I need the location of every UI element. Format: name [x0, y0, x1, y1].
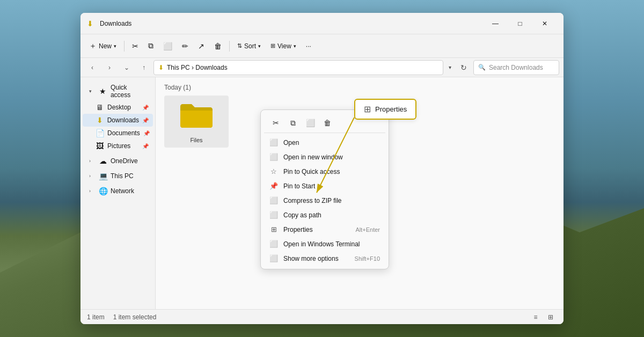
network-label: Network	[111, 187, 134, 195]
folder-item[interactable]: Files	[164, 96, 229, 148]
sidebar-item-quick-access[interactable]: ▾ ★ Quick access	[83, 82, 153, 101]
ctx-pin-start-icon: 📌	[269, 182, 278, 190]
ctx-cut-button[interactable]: ✂	[268, 115, 283, 130]
quick-access-label: Quick access	[111, 84, 149, 99]
minimize-button[interactable]: —	[483, 15, 508, 32]
ctx-compress-zip[interactable]: ⬜ Compress to ZIP file	[264, 193, 385, 208]
close-button[interactable]: ✕	[532, 15, 557, 32]
ctx-show-more[interactable]: ⬜ Show more options Shift+F10	[264, 251, 385, 266]
downloads-icon: ⬇	[96, 116, 104, 124]
rename-button[interactable]: ✏	[178, 38, 193, 55]
ctx-open-new-icon: ⬜	[269, 153, 278, 161]
cut-icon: ✂	[132, 42, 138, 50]
this-pc-label: This PC	[111, 172, 134, 180]
item-count: 1 item	[87, 313, 105, 321]
address-input[interactable]: ⬇ This PC › Downloads	[153, 60, 443, 75]
this-pc-icon: 💻	[99, 172, 107, 180]
sidebar-item-desktop[interactable]: 🖥 Desktop 📌	[83, 101, 153, 114]
section-header: Today (1)	[164, 84, 555, 91]
ctx-show-more-shortcut: Shift+F10	[355, 255, 380, 262]
quick-access-icon: ★	[99, 87, 107, 96]
ctx-zip-label: Compress to ZIP file	[283, 197, 380, 204]
ctx-terminal-label: Open in Windows Terminal	[283, 240, 380, 248]
onedrive-label: OneDrive	[111, 157, 138, 165]
documents-label: Documents	[107, 129, 140, 137]
up-button[interactable]: ↑	[136, 60, 151, 75]
grid-view-button[interactable]: ⊞	[544, 311, 557, 324]
rename-icon: ✏	[182, 42, 188, 50]
ctx-pin-qa-icon: ☆	[269, 167, 278, 175]
more-icon: ···	[306, 42, 311, 50]
ctx-open[interactable]: ⬜ Open	[264, 135, 385, 150]
delete-icon: 🗑	[214, 42, 222, 50]
properties-callout-label: Properties	[375, 105, 407, 113]
status-bar-right: ≡ ⊞	[529, 311, 557, 324]
more-button[interactable]: ···	[302, 38, 316, 55]
ctx-open-icon: ⬜	[269, 138, 278, 146]
sidebar-item-documents[interactable]: 📄 Documents 📌	[83, 127, 153, 140]
cut-button[interactable]: ✂	[128, 38, 143, 55]
desktop-icon: 🖥	[96, 103, 104, 112]
ctx-pin-start[interactable]: 📌 Pin to Start	[264, 179, 385, 193]
sidebar-section-this-pc: › 💻 This PC	[80, 170, 155, 182]
chevron-right-icon-network: ›	[89, 188, 96, 194]
properties-callout-icon: ⊞	[364, 104, 371, 114]
view-button[interactable]: ⊞ View ▾	[266, 38, 301, 55]
ctx-properties[interactable]: ⊞ Properties Alt+Enter	[264, 222, 385, 237]
address-bar: ‹ › ⌄ ↑ ⬇ This PC › Downloads ▾ ↻ 🔍 Sear…	[80, 58, 564, 77]
chevron-right-icon-onedrive: ›	[89, 158, 96, 164]
pictures-icon: 🖼	[96, 142, 104, 150]
ctx-properties-label: Properties	[283, 226, 350, 233]
network-icon: 🌐	[99, 187, 107, 195]
sidebar-item-onedrive[interactable]: › ☁ OneDrive	[83, 155, 153, 167]
chevron-down-icon: ▾	[89, 89, 96, 94]
ctx-copy-button[interactable]: ⧉	[286, 115, 301, 130]
ctx-zip-icon: ⬜	[269, 196, 278, 204]
ctx-show-more-icon: ⬜	[269, 254, 278, 262]
ctx-open-new-label: Open in new window	[283, 153, 380, 161]
sidebar-item-this-pc[interactable]: › 💻 This PC	[83, 170, 153, 182]
ctx-pin-quick-access[interactable]: ☆ Pin to Quick access	[264, 164, 385, 179]
sort-button[interactable]: ⇅ Sort ▾	[233, 38, 265, 55]
ctx-delete-button[interactable]: 🗑	[320, 115, 335, 130]
pin-icon-3: 📌	[143, 130, 150, 136]
paste-button[interactable]: ⬜	[159, 38, 177, 55]
sidebar-section-network: › 🌐 Network	[80, 185, 155, 197]
ctx-open-terminal[interactable]: ⬜ Open in Windows Terminal	[264, 237, 385, 251]
sidebar-section-onedrive: › ☁ OneDrive	[80, 155, 155, 167]
ctx-open-new-window[interactable]: ⬜ Open in new window	[264, 150, 385, 164]
ctx-paste-button[interactable]: ⬜	[303, 115, 318, 130]
pin-icon: 📌	[142, 105, 149, 111]
back-button[interactable]: ‹	[85, 60, 100, 75]
ctx-pin-qa-label: Pin to Quick access	[283, 168, 380, 175]
pin-icon-2: 📌	[142, 118, 149, 123]
sidebar: ▾ ★ Quick access 🖥 Desktop 📌 ⬇ Downloads…	[80, 77, 156, 309]
share-button[interactable]: ↗	[194, 38, 209, 55]
folder-item-label: Files	[190, 137, 202, 143]
toolbar-divider-1	[124, 41, 125, 52]
toolbar: ＋ New ▾ ✂ ⧉ ⬜ ✏ ↗ 🗑 ⇅ Sort ▾ ⊞	[80, 34, 564, 58]
search-box[interactable]: 🔍 Search Downloads	[473, 60, 559, 75]
properties-callout: ⊞ Properties	[354, 99, 416, 120]
ctx-copy-path[interactable]: ⬜ Copy as path	[264, 208, 385, 222]
onedrive-icon: ☁	[99, 157, 107, 165]
history-button[interactable]: ⌄	[119, 60, 134, 75]
delete-button[interactable]: 🗑	[210, 38, 226, 55]
search-icon: 🔍	[478, 64, 486, 71]
forward-button[interactable]: ›	[102, 60, 117, 75]
sidebar-item-network[interactable]: › 🌐 Network	[83, 185, 153, 197]
copy-button[interactable]: ⧉	[144, 38, 158, 55]
address-path-text: This PC › Downloads	[167, 64, 228, 71]
list-view-button[interactable]: ≡	[529, 311, 542, 324]
refresh-button[interactable]: ↻	[456, 60, 471, 75]
sidebar-section-quick-access: ▾ ★ Quick access 🖥 Desktop 📌 ⬇ Downloads…	[80, 82, 155, 152]
folder-icon-large	[178, 100, 215, 135]
sidebar-item-pictures[interactable]: 🖼 Pictures 📌	[83, 140, 153, 152]
new-button[interactable]: ＋ New ▾	[85, 38, 121, 55]
sidebar-item-downloads[interactable]: ⬇ Downloads 📌	[83, 114, 153, 127]
title-bar-icon: ⬇	[87, 19, 96, 28]
ctx-properties-shortcut: Alt+Enter	[355, 226, 380, 233]
main-area: ▾ ★ Quick access 🖥 Desktop 📌 ⬇ Downloads…	[80, 77, 564, 309]
address-path-icon: ⬇	[158, 64, 164, 71]
maximize-button[interactable]: □	[508, 15, 532, 32]
